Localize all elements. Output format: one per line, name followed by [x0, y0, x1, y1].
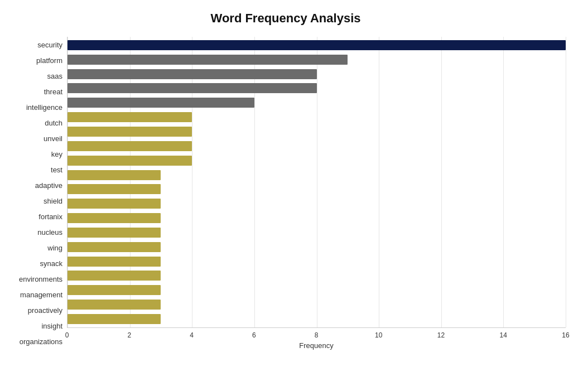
y-axis-label: organizations — [20, 335, 62, 349]
x-tick-label: 10 — [375, 331, 382, 339]
bar — [68, 184, 161, 194]
bar-row — [68, 96, 566, 109]
y-axis-label: insight — [41, 320, 62, 333]
bar — [68, 314, 161, 324]
bar-row — [68, 313, 566, 325]
bar-row — [68, 155, 566, 167]
y-axis: securityplatformsaasthreatintelligencedu… — [6, 37, 67, 350]
bar-row — [68, 82, 566, 94]
bar-row — [68, 197, 566, 210]
x-tick-label: 8 — [315, 331, 319, 339]
y-axis-label: key — [51, 147, 62, 161]
y-axis-label: wing — [47, 242, 62, 255]
x-axis-labels: 0246810121416 — [67, 328, 566, 339]
bar-row — [68, 54, 566, 66]
y-axis-label: proactively — [28, 304, 62, 317]
bar-row — [68, 241, 566, 253]
chart-container: Word Frequency Analysis securityplatform… — [0, 0, 588, 391]
bar — [68, 228, 161, 238]
bar — [68, 257, 161, 267]
y-axis-label: nucleus — [37, 226, 62, 239]
bar-row — [68, 169, 566, 181]
chart-area: securityplatformsaasthreatintelligencedu… — [6, 37, 566, 350]
bar-row — [68, 111, 566, 123]
x-axis-title: Frequency — [67, 341, 566, 350]
bar — [68, 285, 161, 295]
bar-row — [68, 212, 566, 224]
bars-area — [67, 37, 566, 328]
bar — [68, 98, 254, 108]
x-tick-label: 2 — [127, 331, 131, 339]
chart-title: Word Frequency Analysis — [6, 11, 566, 26]
y-axis-label: synack — [40, 257, 62, 271]
bar — [68, 69, 317, 79]
bar — [68, 112, 192, 122]
y-axis-label: platform — [36, 54, 62, 67]
y-axis-label: adaptive — [35, 178, 62, 192]
bar — [68, 83, 317, 93]
grid-line — [566, 37, 566, 327]
bar — [68, 213, 161, 223]
bar — [68, 271, 161, 281]
bar — [68, 170, 161, 180]
x-tick-label: 16 — [562, 331, 569, 339]
bar-row — [68, 269, 566, 282]
bar — [68, 199, 161, 209]
bar-row — [68, 183, 566, 195]
bar-row — [68, 39, 566, 51]
bar — [68, 141, 192, 151]
bars-and-xaxis: 0246810121416 Frequency — [67, 37, 566, 350]
bar-row — [68, 298, 566, 311]
y-axis-label: unveil — [44, 132, 62, 145]
y-axis-label: test — [51, 163, 62, 176]
x-tick-label: 6 — [252, 331, 256, 339]
bar-row — [68, 226, 566, 239]
bar — [68, 55, 348, 65]
y-axis-label: security — [37, 38, 62, 51]
y-axis-label: intelligence — [26, 100, 62, 114]
y-axis-label: saas — [47, 69, 62, 83]
x-tick-label: 14 — [500, 331, 507, 339]
bar-row — [68, 125, 566, 138]
bar — [68, 300, 161, 310]
bar-row — [68, 68, 566, 80]
x-tick-label: 4 — [190, 331, 194, 339]
bars-inner — [68, 37, 566, 327]
y-axis-label: threat — [44, 85, 62, 98]
bar-row — [68, 140, 566, 152]
x-tick-label: 0 — [65, 331, 69, 339]
bar — [68, 156, 192, 166]
y-axis-label: dutch — [45, 116, 62, 129]
y-axis-label: fortanix — [38, 210, 62, 224]
x-tick-label: 12 — [437, 331, 445, 339]
y-axis-label: management — [20, 288, 62, 302]
y-axis-label: shield — [44, 194, 62, 207]
bar-row — [68, 255, 566, 268]
bar — [68, 242, 161, 252]
bar — [68, 40, 566, 50]
bar-row — [68, 284, 566, 296]
bar — [68, 127, 192, 137]
y-axis-label: environments — [19, 273, 62, 286]
